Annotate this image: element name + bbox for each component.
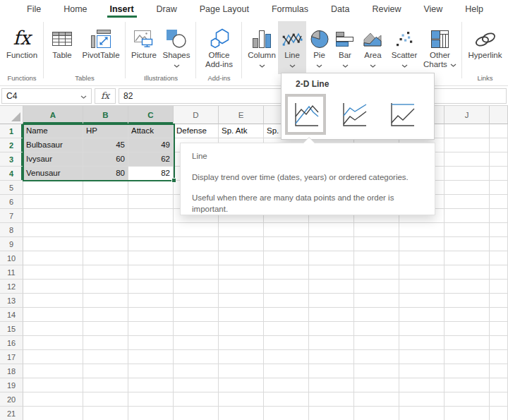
cell-C20[interactable] xyxy=(128,392,174,407)
cell-D19[interactable] xyxy=(174,378,219,392)
cell-A3[interactable]: Ivysaur xyxy=(23,152,83,167)
cell-partial-6[interactable] xyxy=(490,195,508,209)
cell-partial-13[interactable] xyxy=(490,294,508,308)
menu-tab-help[interactable]: Help xyxy=(454,0,495,18)
cell-partial-12[interactable] xyxy=(490,280,508,294)
menu-tab-home[interactable]: Home xyxy=(52,0,98,18)
cell-B18[interactable] xyxy=(83,364,128,378)
cell-C19[interactable] xyxy=(128,378,174,392)
cell-A8[interactable] xyxy=(23,223,83,237)
cell-F9[interactable] xyxy=(264,237,309,251)
cell-J20[interactable] xyxy=(445,392,490,407)
shapes-button[interactable]: Shapes xyxy=(159,21,193,74)
col-header-partial[interactable] xyxy=(490,106,508,124)
cell-B16[interactable] xyxy=(83,336,128,350)
cell-B5[interactable] xyxy=(83,181,128,195)
col-header-A[interactable]: A xyxy=(23,106,83,124)
cell-E8[interactable] xyxy=(219,223,264,237)
menu-tab-review[interactable]: Review xyxy=(361,0,412,18)
cell-partial-8[interactable] xyxy=(490,223,508,237)
cell-J12[interactable] xyxy=(445,280,490,294)
cell-F16[interactable] xyxy=(264,336,309,350)
cell-J7[interactable] xyxy=(445,209,490,223)
cell-A10[interactable] xyxy=(23,251,83,265)
cell-H14[interactable] xyxy=(354,308,399,322)
cell-J10[interactable] xyxy=(445,251,490,265)
cell-G21[interactable] xyxy=(309,407,354,420)
cell-D9[interactable] xyxy=(174,237,219,251)
cell-G8[interactable] xyxy=(309,223,354,237)
cell-partial-2[interactable] xyxy=(490,138,508,152)
cell-B17[interactable] xyxy=(83,350,128,364)
cell-J9[interactable] xyxy=(445,237,490,251)
cell-I17[interactable] xyxy=(399,350,445,364)
table-button[interactable]: Table xyxy=(46,21,78,74)
cell-A12[interactable] xyxy=(23,280,83,294)
cell-D13[interactable] xyxy=(174,294,219,308)
row-header-3[interactable]: 3 xyxy=(0,152,23,167)
cell-partial-7[interactable] xyxy=(490,209,508,223)
cell-I15[interactable] xyxy=(399,322,445,336)
selection-fill-handle[interactable] xyxy=(171,178,176,183)
cell-I10[interactable] xyxy=(399,251,445,265)
cell-E18[interactable] xyxy=(219,364,264,378)
menu-tab-draw[interactable]: Draw xyxy=(145,0,188,18)
column-chart-button[interactable]: Column xyxy=(246,21,278,74)
cell-A20[interactable] xyxy=(23,392,83,407)
row-header-11[interactable]: 11 xyxy=(0,265,23,280)
row-header-5[interactable]: 5 xyxy=(0,181,23,195)
cell-J15[interactable] xyxy=(445,322,490,336)
col-header-D[interactable]: D xyxy=(174,106,219,124)
cell-G19[interactable] xyxy=(309,378,354,392)
cell-D10[interactable] xyxy=(174,251,219,265)
cell-partial-17[interactable] xyxy=(490,350,508,364)
cell-H17[interactable] xyxy=(354,350,399,364)
cell-C14[interactable] xyxy=(128,308,174,322)
cell-E21[interactable] xyxy=(219,407,264,420)
cell-E10[interactable] xyxy=(219,251,264,265)
cell-D1[interactable]: Defense xyxy=(174,124,219,138)
cell-B13[interactable] xyxy=(83,294,128,308)
col-header-B[interactable]: B xyxy=(83,106,128,124)
cell-C10[interactable] xyxy=(128,251,174,265)
cell-B11[interactable] xyxy=(83,265,128,280)
cell-J5[interactable] xyxy=(445,181,490,195)
menu-tab-formulas[interactable]: Formulas xyxy=(260,0,320,18)
cell-J11[interactable] xyxy=(445,265,490,280)
cell-E11[interactable] xyxy=(219,265,264,280)
cell-G10[interactable] xyxy=(309,251,354,265)
cell-C3[interactable]: 62 xyxy=(128,152,174,167)
cell-partial-3[interactable] xyxy=(490,152,508,167)
cell-G9[interactable] xyxy=(309,237,354,251)
cell-B2[interactable]: 45 xyxy=(83,138,128,152)
cell-F12[interactable] xyxy=(264,280,309,294)
cell-I19[interactable] xyxy=(399,378,445,392)
cell-A1[interactable]: Name xyxy=(23,124,83,138)
cell-I16[interactable] xyxy=(399,336,445,350)
cell-B8[interactable] xyxy=(83,223,128,237)
cell-G11[interactable] xyxy=(309,265,354,280)
cell-J16[interactable] xyxy=(445,336,490,350)
cell-partial-16[interactable] xyxy=(490,336,508,350)
menu-tab-insert[interactable]: Insert xyxy=(99,0,145,18)
col-header-J[interactable]: J xyxy=(445,106,490,124)
cell-D14[interactable] xyxy=(174,308,219,322)
cell-B4[interactable]: 80 xyxy=(83,167,128,181)
cell-B9[interactable] xyxy=(83,237,128,251)
col-header-C[interactable]: C xyxy=(128,106,174,124)
line-chart-button[interactable]: Line xyxy=(278,21,306,74)
cell-G20[interactable] xyxy=(309,392,354,407)
row-header-18[interactable]: 18 xyxy=(0,364,23,378)
cell-E1[interactable]: Sp. Atk xyxy=(219,124,264,138)
select-all-corner[interactable] xyxy=(0,106,23,124)
cell-J14[interactable] xyxy=(445,308,490,322)
other-charts-button[interactable]: Other Charts xyxy=(421,21,459,74)
cell-partial-21[interactable] xyxy=(490,407,508,420)
cell-I9[interactable] xyxy=(399,237,445,251)
cell-G15[interactable] xyxy=(309,322,354,336)
cell-partial-20[interactable] xyxy=(490,392,508,407)
row-header-20[interactable]: 20 xyxy=(0,392,23,407)
cell-F15[interactable] xyxy=(264,322,309,336)
cell-A11[interactable] xyxy=(23,265,83,280)
row-header-19[interactable]: 19 xyxy=(0,378,23,392)
